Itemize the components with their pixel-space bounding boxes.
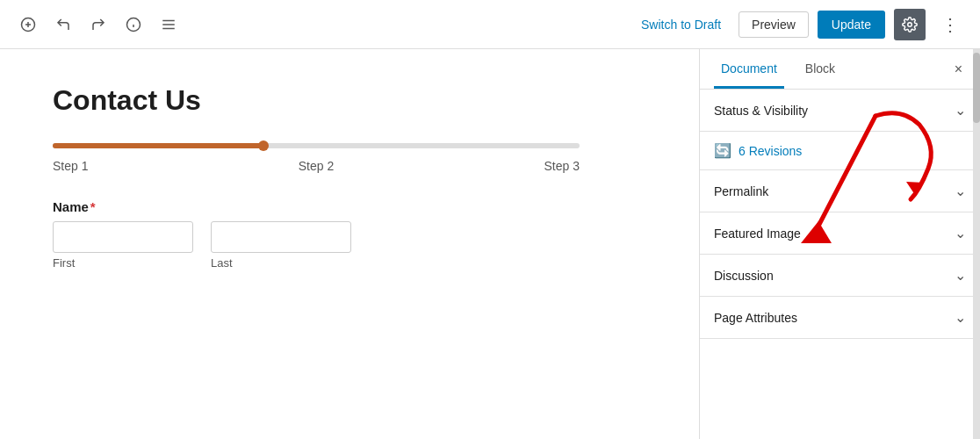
page-title: Contact Us: [53, 84, 646, 117]
status-visibility-header[interactable]: Status & Visibility ⌄: [700, 90, 980, 131]
step-3-label: Step 3: [544, 159, 580, 173]
page-attributes-section: Page Attributes ⌄: [700, 297, 980, 339]
step-2-label: Step 2: [299, 159, 334, 173]
sidebar-close-button[interactable]: ×: [951, 58, 966, 81]
main-layout: Contact Us Step 1 Step 2 Step 3 Name* Fi…: [0, 49, 980, 439]
featured-image-header[interactable]: Featured Image ⌄: [700, 212, 980, 254]
switch-to-draft-button[interactable]: Switch to Draft: [632, 12, 730, 37]
first-name-input[interactable]: [53, 221, 193, 253]
chevron-down-icon: ⌄: [955, 183, 966, 199]
svg-point-9: [908, 22, 912, 26]
step-progress: Step 1 Step 2 Step 3: [53, 143, 646, 173]
chevron-down-icon: ⌄: [955, 225, 966, 241]
info-icon[interactable]: [119, 11, 148, 39]
sidebar-scrollbar-thumb: [973, 53, 980, 123]
progress-bar: [53, 143, 580, 148]
status-visibility-section: Status & Visibility ⌄: [700, 90, 980, 132]
revisions-row[interactable]: 🔄 6 Revisions: [700, 132, 980, 170]
sidebar-scrollbar[interactable]: [973, 49, 980, 439]
featured-image-title: Featured Image: [714, 227, 801, 241]
list-view-icon[interactable]: [155, 11, 183, 39]
last-name-group: Last: [211, 221, 351, 270]
step-1-label: Step 1: [53, 159, 88, 173]
discussion-section: Discussion ⌄: [700, 255, 980, 297]
sidebar: Document Block × Status & Visibility ⌄ 🔄…: [699, 49, 980, 439]
add-icon[interactable]: [14, 11, 42, 39]
editor-area: Contact Us Step 1 Step 2 Step 3 Name* Fi…: [0, 49, 699, 439]
chevron-down-icon: ⌄: [955, 309, 966, 326]
discussion-title: Discussion: [714, 269, 774, 283]
redo-icon[interactable]: [84, 11, 112, 39]
sidebar-tabs: Document Block ×: [700, 49, 980, 90]
tab-document[interactable]: Document: [714, 49, 784, 89]
revisions-icon: 🔄: [714, 142, 731, 159]
progress-fill: [53, 143, 263, 148]
permalink-header[interactable]: Permalink ⌄: [700, 170, 980, 212]
first-name-group: First: [53, 221, 193, 270]
required-star: *: [90, 199, 96, 214]
last-name-input[interactable]: [211, 221, 351, 253]
sidebar-content: Status & Visibility ⌄ 🔄 6 Revisions Perm…: [700, 90, 980, 439]
revisions-label: 6 Revisions: [739, 144, 802, 158]
page-attributes-header[interactable]: Page Attributes ⌄: [700, 297, 980, 338]
form-section: Name* First Last: [53, 199, 646, 270]
toolbar-right: Switch to Draft Preview Update ⋮: [632, 9, 966, 40]
tab-block[interactable]: Block: [798, 49, 842, 89]
settings-button[interactable]: [894, 9, 926, 40]
update-button[interactable]: Update: [818, 11, 885, 39]
chevron-down-icon: ⌄: [955, 102, 966, 119]
featured-image-section: Featured Image ⌄: [700, 212, 980, 255]
toolbar: Switch to Draft Preview Update ⋮: [0, 0, 980, 49]
first-label: First: [53, 256, 193, 270]
toolbar-left: [14, 11, 632, 39]
permalink-title: Permalink: [714, 184, 768, 198]
status-visibility-title: Status & Visibility: [714, 104, 808, 118]
undo-icon[interactable]: [49, 11, 77, 39]
permalink-section: Permalink ⌄: [700, 170, 980, 212]
progress-marker: [258, 140, 269, 151]
discussion-header[interactable]: Discussion ⌄: [700, 255, 980, 296]
name-fields: First Last: [53, 221, 646, 270]
page-attributes-title: Page Attributes: [714, 311, 797, 325]
step-labels: Step 1 Step 2 Step 3: [53, 159, 580, 173]
more-options-button[interactable]: ⋮: [934, 11, 966, 39]
last-label: Last: [211, 256, 351, 270]
field-label: Name*: [53, 199, 646, 214]
chevron-down-icon: ⌄: [955, 267, 966, 284]
preview-button[interactable]: Preview: [739, 11, 809, 38]
